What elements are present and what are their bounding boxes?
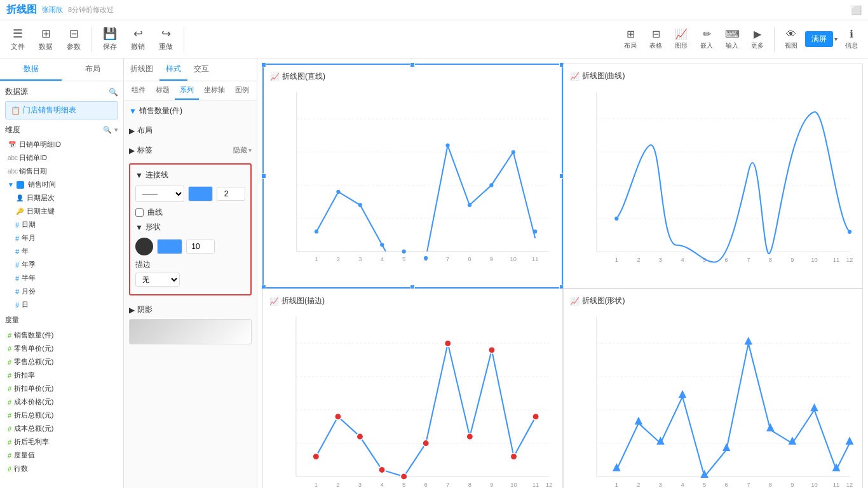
- layout-header[interactable]: ▶ 布局: [129, 121, 252, 140]
- field-item[interactable]: # 成本价格(元): [5, 395, 118, 409]
- style-tab-title[interactable]: 标题: [151, 81, 175, 100]
- field-name: 折扣单价(元): [14, 384, 53, 393]
- chart3-svg: 1 2 3 4 5 6 7 8 9 10 11 12: [269, 309, 556, 488]
- svg-point-76: [510, 453, 517, 459]
- field-item[interactable]: # 度量值: [5, 449, 118, 462]
- line-color-swatch[interactable]: [188, 186, 213, 201]
- field-item[interactable]: # 折扣单价(元): [5, 382, 118, 395]
- middle-panel: 折线图 样式 交互 组件 标题 系列 坐标轴 图例 ▼ 销售数量(件) ▶ 布局: [124, 58, 257, 488]
- toolbar-more-button[interactable]: ▶ 更多: [746, 25, 769, 53]
- svg-point-28: [533, 229, 537, 233]
- tab-layout[interactable]: 布局: [62, 58, 123, 81]
- resize-handle-tc[interactable]: [410, 62, 415, 67]
- toolbar-menu-button[interactable]: ☰ 文件: [5, 24, 31, 54]
- toolbar-layout-button[interactable]: ⊞ 布局: [619, 25, 642, 53]
- toolbar-view-button[interactable]: 👁 视图: [780, 26, 803, 53]
- hash-icon: #: [8, 412, 11, 419]
- hash-icon: #: [8, 358, 11, 366]
- field-item[interactable]: # 零售总额(元): [5, 355, 118, 369]
- resize-handle-ml[interactable]: [261, 173, 266, 179]
- field-item[interactable]: # 销售数量(件): [5, 329, 118, 342]
- line-style-select[interactable]: —— - - - ····: [135, 186, 184, 202]
- field-item[interactable]: # 年季: [13, 258, 118, 271]
- chart-line-straight[interactable]: 📈 折线图(直线) 1 2 3 4 5 6 7: [262, 64, 563, 288]
- toolbar-info-button[interactable]: ℹ 信息: [840, 25, 863, 53]
- shape-size-input[interactable]: [186, 240, 215, 254]
- file-label: 文件: [11, 42, 25, 51]
- style-tab-series[interactable]: 系列: [175, 81, 199, 100]
- field-item[interactable]: # 折扣率: [5, 369, 118, 382]
- field-name: 行数: [14, 464, 28, 473]
- stroke-select[interactable]: 无 细 中: [135, 273, 180, 287]
- maximize-button[interactable]: ⬜: [851, 5, 862, 15]
- field-item[interactable]: # 折后毛利率: [5, 435, 118, 449]
- field-item[interactable]: # 折后总额(元): [5, 409, 118, 422]
- expand-dim-icon[interactable]: ▾: [114, 126, 118, 134]
- field-item[interactable]: # 行数: [5, 462, 118, 475]
- search-icon[interactable]: 🔍: [109, 88, 118, 97]
- curved-checkbox[interactable]: [135, 208, 144, 217]
- hash-icon: #: [8, 372, 11, 379]
- chart-tab-style[interactable]: 样式: [159, 58, 187, 81]
- toolbar-embed-button[interactable]: ✏ 嵌入: [695, 25, 718, 53]
- collapse-series-icon[interactable]: ▼: [129, 107, 137, 116]
- info-icon: ℹ: [850, 28, 853, 40]
- toolbar-redo-button[interactable]: ↪ 重做: [153, 24, 179, 54]
- collapse-shape-icon[interactable]: ▼: [135, 223, 143, 232]
- toolbar-table-button[interactable]: ⊟ 表格: [644, 25, 667, 53]
- chart-line-curve[interactable]: 📈 折线图(曲线) 1 2 3 4 5 6 7 8 9 10 11: [563, 64, 864, 288]
- file-name: 张雨欣: [42, 5, 63, 15]
- field-item[interactable]: 👤 日期层次: [13, 191, 118, 205]
- label-header[interactable]: ▶ 标签: [129, 145, 153, 156]
- field-item-sales-time[interactable]: ▼ 销售时间: [5, 178, 118, 191]
- chart-tab-interact[interactable]: 交互: [187, 58, 215, 81]
- field-item[interactable]: # 年月: [13, 231, 118, 245]
- line-width-input[interactable]: [217, 187, 245, 201]
- field-item[interactable]: 📅 日销单明细ID: [5, 138, 118, 151]
- svg-text:12: 12: [846, 256, 852, 263]
- fullscreen-button[interactable]: 满屏: [805, 31, 833, 47]
- toolbar-shape-button[interactable]: 📈 图形: [670, 25, 693, 53]
- toolbar-data-button[interactable]: ⊞ 数据: [33, 24, 58, 54]
- svg-text:9: 9: [790, 256, 794, 263]
- svg-text:10: 10: [510, 256, 517, 262]
- toolbar-input-button[interactable]: ⌨ 输入: [721, 25, 743, 53]
- undo-label: 撤销: [131, 42, 145, 51]
- shape-color-swatch[interactable]: [157, 239, 182, 254]
- resize-handle-tl[interactable]: [261, 62, 266, 67]
- field-item[interactable]: # 日期: [13, 218, 118, 231]
- title-bar: 折线图 张雨欣 8分钟前修改过 ⬜: [0, 0, 868, 20]
- style-tab-component[interactable]: 组件: [126, 81, 151, 100]
- datasource-item[interactable]: 📋 门店销售明细表: [5, 101, 118, 119]
- toolbar-undo-button[interactable]: ↩ 撤销: [125, 24, 151, 54]
- shape-icon: 📈: [675, 28, 688, 40]
- shape-circle-icon[interactable]: [135, 238, 153, 255]
- chart-line-stroke[interactable]: 📈 折线图(描边) 1 2 3 4 5 6 7 8 9 10 11: [262, 288, 563, 488]
- style-tab-axis[interactable]: 坐标轴: [199, 81, 230, 100]
- calendar-icon: 📅: [8, 141, 17, 148]
- chart-tab-line[interactable]: 折线图: [124, 58, 159, 81]
- field-item[interactable]: 🔑 日期主键: [13, 205, 118, 218]
- field-item[interactable]: # 零售单价(元): [5, 342, 118, 355]
- fullscreen-group[interactable]: 满屏 ▾: [805, 31, 837, 47]
- field-item[interactable]: # 日: [13, 298, 118, 311]
- svg-text:8: 8: [768, 256, 771, 263]
- toolbar-params-button[interactable]: ⊟ 参数: [61, 24, 86, 54]
- field-item[interactable]: # 年: [13, 245, 118, 258]
- collapse-connection-icon[interactable]: ▼: [135, 171, 143, 180]
- shadow-header[interactable]: ▶ 阴影: [129, 301, 252, 319]
- chart-line-shape[interactable]: 📈 折线图(形状) 1 2 3 4 5 6 7 8 9 10 11: [563, 288, 864, 488]
- toolbar-save-button[interactable]: 💾 保存: [97, 24, 123, 54]
- tab-data[interactable]: 数据: [0, 58, 62, 81]
- field-item[interactable]: abc 日销单ID: [5, 151, 118, 165]
- style-tab-legend[interactable]: 图例: [230, 81, 254, 100]
- search-dim-icon[interactable]: 🔍: [103, 126, 112, 134]
- field-name: 年: [22, 247, 29, 256]
- field-item[interactable]: # 成本总额(元): [5, 422, 118, 435]
- app-icon: 折线图: [6, 3, 37, 17]
- field-item[interactable]: # 月份: [13, 285, 118, 298]
- field-item[interactable]: # 半年: [13, 271, 118, 285]
- label-value-group[interactable]: 隐藏 ▾: [233, 146, 252, 155]
- chart4-svg: 1 2 3 4 5 6 7 8 9 10 11 12: [570, 309, 857, 488]
- field-item[interactable]: abc 销售日期: [5, 165, 118, 178]
